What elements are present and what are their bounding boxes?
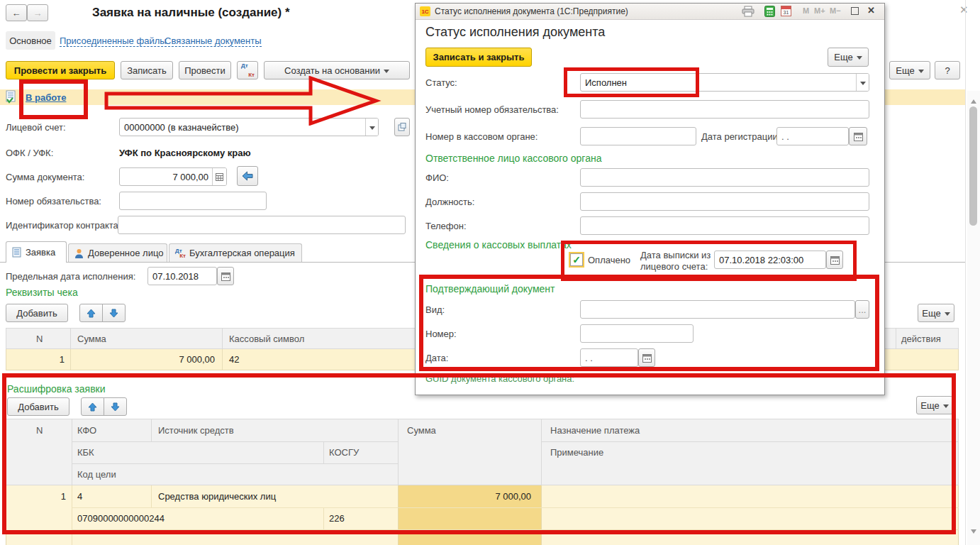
memory-m-button[interactable]: M [803, 6, 809, 15]
breakdown-col-kosgu[interactable]: КОСГУ [329, 447, 359, 458]
scrollbar-down-icon[interactable] [971, 529, 976, 536]
arrow-up-icon [87, 309, 96, 318]
post-and-close-button[interactable]: Провести и закрыть [6, 61, 115, 79]
tab-request[interactable]: Заявка [6, 241, 67, 263]
nav-back-button[interactable]: ← [6, 4, 27, 21]
breakdown-col-note[interactable]: Примечание [550, 447, 603, 458]
cheque-move-down-button[interactable] [102, 304, 126, 322]
main-close-icon[interactable]: ✕ [959, 4, 969, 16]
date-calendar-button[interactable] [638, 348, 655, 367]
nav-item-main[interactable]: Основное [6, 31, 55, 50]
status-in-progress-link[interactable]: В работе [26, 92, 66, 103]
check-icon: ✓ [572, 255, 581, 265]
post-button[interactable]: Провести [179, 61, 231, 79]
breakdown-table-row[interactable]: 1 4 Средства юридических лиц 7 000,00 07… [6, 485, 959, 545]
scrollbar-up-icon[interactable] [971, 97, 976, 104]
statement-date-label: Дата выписки из лицевого счета: [640, 250, 714, 272]
chevron-down-icon [945, 312, 950, 319]
breakdown-cell-source: Средства юридических лиц [158, 491, 276, 502]
chevron-down-icon [857, 56, 862, 62]
paid-checkbox[interactable]: ✓ [570, 253, 583, 266]
memory-mplus-button[interactable]: M+ [814, 6, 825, 15]
tab-accounting[interactable]: Дт Кт Бухгалтерская операция [169, 243, 302, 262]
status-dropdown-icon[interactable] [856, 74, 869, 91]
calendar-icon[interactable]: 31 [781, 6, 791, 16]
breakdown-col-target[interactable]: Код цели [77, 469, 116, 480]
contract-label: Идентификатор контракта: [6, 220, 121, 231]
memory-mminus-button[interactable]: M− [830, 6, 841, 15]
breakdown-col-n[interactable]: N [36, 425, 43, 436]
help-button[interactable]: ? [935, 61, 960, 79]
reg-date-input[interactable]: . . [776, 127, 849, 145]
cheque-move-up-button[interactable] [79, 304, 103, 322]
fio-input[interactable] [580, 168, 869, 187]
contract-input[interactable] [118, 216, 406, 234]
cheque-cell-sum: 7 000,00 [113, 354, 215, 365]
date-input[interactable]: . . [580, 348, 638, 367]
cash-number-input[interactable] [580, 127, 696, 145]
forward-arrow-icon: → [33, 8, 43, 18]
breakdown-move-down-button[interactable] [104, 397, 127, 416]
person-icon [74, 248, 84, 258]
cheque-col-sum[interactable]: Сумма [77, 334, 106, 344]
statement-date-calendar-button[interactable] [826, 251, 843, 269]
calculator-icon[interactable] [764, 6, 775, 19]
breakdown-add-button[interactable]: Добавить [7, 397, 69, 416]
dialog-close-icon[interactable]: ✕ [867, 5, 875, 16]
status-combo[interactable]: Исполнен [580, 73, 869, 92]
position-input[interactable] [580, 192, 869, 211]
write-button[interactable]: Записать [121, 61, 173, 79]
breakdown-more-button[interactable]: Еще [916, 396, 953, 414]
kind-input[interactable] [580, 300, 855, 319]
deadline-calendar-button[interactable] [217, 267, 234, 285]
printer-icon[interactable] [742, 6, 755, 19]
number-input[interactable] [580, 324, 694, 343]
dialog-titlebar[interactable]: 1С Статус исполнения документа (1С:Предп… [416, 4, 884, 20]
account-open-button[interactable] [394, 118, 410, 136]
dtkt-button[interactable]: Дт Кт [237, 61, 258, 79]
phone-input[interactable] [580, 216, 869, 235]
nav-link-related-docs[interactable]: Связанные документы [165, 35, 262, 47]
breakdown-col-sum[interactable]: Сумма [407, 425, 436, 436]
obligation-input[interactable] [119, 192, 267, 210]
fill-amount-button[interactable] [237, 166, 258, 186]
save-and-close-button[interactable]: Записать и закрыть [425, 48, 532, 67]
cheque-col-symbol[interactable]: Кассовый символ [229, 334, 304, 344]
page-title: Заявка на наличные (создание) * [92, 6, 290, 20]
scrollbar-thumb[interactable] [969, 106, 977, 226]
account-combo[interactable]: 00000000 (в казначействе) [119, 118, 379, 136]
amount-label: Сумма документа: [6, 172, 84, 182]
nav-forward-button[interactable]: → [27, 4, 48, 21]
obligation-label: Номер обязательства: [6, 196, 101, 207]
account-dropdown-icon[interactable] [365, 119, 378, 136]
guid-label: GUID документа кассового органа: [425, 373, 574, 384]
calculator-icon[interactable] [212, 168, 226, 185]
maximize-icon[interactable] [851, 7, 859, 15]
breakdown-section-title: Расшифровка заявки [7, 383, 106, 395]
cheque-col-actions[interactable]: действия [901, 334, 941, 344]
cheque-add-button[interactable]: Добавить [6, 304, 68, 322]
breakdown-move-up-button[interactable] [81, 397, 104, 416]
tab-trustee[interactable]: Доверенное лицо [68, 243, 167, 262]
chevron-down-icon [384, 70, 389, 76]
chevron-down-icon [918, 70, 924, 76]
breakdown-col-kbk[interactable]: КБК [77, 447, 94, 458]
kind-ellipsis-button[interactable]: ... [855, 300, 869, 319]
cheque-col-n[interactable]: N [36, 334, 43, 344]
cash-number-label: Номер в кассовом органе: [425, 131, 538, 142]
create-based-on-button[interactable]: Создать на основании [264, 61, 410, 79]
calendar-icon [221, 272, 230, 281]
dialog-more-button[interactable]: Еще [828, 48, 869, 67]
dialog-title: Статус исполнения документа (1С:Предприя… [435, 6, 628, 16]
deadline-input[interactable]: 07.10.2018 [147, 267, 217, 285]
reg-date-calendar-button[interactable] [849, 127, 867, 145]
reg-number-input[interactable] [580, 100, 869, 119]
statement-date-input[interactable]: 07.10.2018 22:03:00 [714, 251, 826, 269]
nav-link-attached-files[interactable]: Присоединенные файлы [60, 35, 167, 47]
cheque-more-button[interactable]: Еще [918, 304, 954, 322]
main-more-button[interactable]: Еще [889, 61, 930, 79]
breakdown-col-source[interactable]: Источник средств [158, 425, 234, 436]
breakdown-col-purpose[interactable]: Назначение платежа [550, 425, 640, 436]
amount-input[interactable]: 7 000,00 [119, 167, 227, 186]
breakdown-col-kfo[interactable]: КФО [77, 425, 96, 436]
